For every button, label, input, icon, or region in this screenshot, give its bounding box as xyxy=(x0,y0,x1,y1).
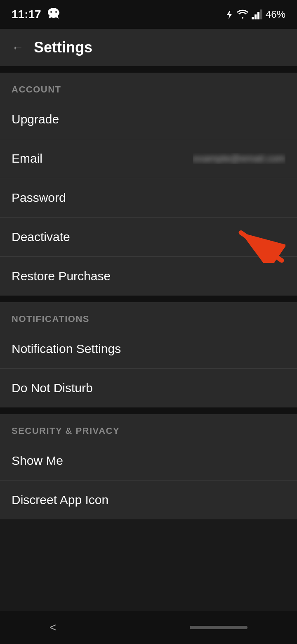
settings-label-deactivate: Deactivate xyxy=(12,230,70,244)
ai-icon xyxy=(225,9,233,20)
settings-value-email: example@email.com xyxy=(193,153,285,164)
settings-item-restore-purchase[interactable]: Restore Purchase xyxy=(0,257,297,296)
settings-label-show-me: Show Me xyxy=(12,454,63,468)
settings-item-discreet-app-icon[interactable]: Discreet App Icon xyxy=(0,481,297,519)
back-button[interactable]: ← xyxy=(12,40,24,54)
top-bar: ← Settings xyxy=(0,29,297,66)
app-mask-icon xyxy=(47,7,60,22)
settings-label-do-not-disturb: Do Not Disturb xyxy=(12,381,93,395)
settings-label-email: Email xyxy=(12,152,42,166)
svg-rect-1 xyxy=(252,17,254,19)
signal-icon xyxy=(252,9,262,19)
home-indicator[interactable] xyxy=(190,626,248,629)
bottom-spacer xyxy=(0,519,297,552)
section-header-account: ACCOUNT xyxy=(0,73,297,100)
settings-item-password[interactable]: Password xyxy=(0,178,297,218)
svg-line-6 xyxy=(241,233,282,261)
settings-item-do-not-disturb[interactable]: Do Not Disturb xyxy=(0,369,297,407)
settings-item-upgrade[interactable]: Upgrade xyxy=(0,100,297,139)
battery-level: 46% xyxy=(266,9,285,20)
page-title: Settings xyxy=(34,39,92,56)
svg-marker-0 xyxy=(227,10,232,19)
section-header-security-privacy: SECURITY & PRIVACY xyxy=(0,414,297,441)
status-bar: 11:17 46% xyxy=(0,0,297,29)
nav-back-button[interactable]: < xyxy=(50,621,56,634)
settings-label-upgrade: Upgrade xyxy=(12,112,59,126)
status-left: 11:17 xyxy=(12,7,60,22)
section-header-notifications: NOTIFICATIONS xyxy=(0,302,297,329)
settings-item-deactivate[interactable]: Deactivate xyxy=(0,218,297,257)
section-gap-3 xyxy=(0,407,297,414)
section-gap-2 xyxy=(0,296,297,302)
bottom-nav-bar: < xyxy=(0,611,297,644)
section-gap-1 xyxy=(0,66,297,73)
settings-label-password: Password xyxy=(12,191,66,205)
settings-label-notification-settings: Notification Settings xyxy=(12,342,121,356)
section-notifications: NOTIFICATIONS Notification Settings Do N… xyxy=(0,302,297,407)
settings-label-restore-purchase: Restore Purchase xyxy=(12,269,111,283)
status-time: 11:17 xyxy=(12,8,41,21)
svg-rect-4 xyxy=(260,9,262,19)
red-arrow-annotation xyxy=(211,213,285,263)
settings-item-show-me[interactable]: Show Me xyxy=(0,441,297,481)
section-account: ACCOUNT Upgrade Email example@email.com … xyxy=(0,73,297,296)
settings-label-discreet-app-icon: Discreet App Icon xyxy=(12,493,108,507)
settings-item-email[interactable]: Email example@email.com xyxy=(0,139,297,178)
status-right: 46% xyxy=(225,9,285,20)
wifi-icon xyxy=(237,9,248,19)
svg-rect-2 xyxy=(255,14,257,19)
section-security-privacy: SECURITY & PRIVACY Show Me Discreet App … xyxy=(0,414,297,519)
svg-rect-3 xyxy=(257,12,259,19)
settings-item-notification-settings[interactable]: Notification Settings xyxy=(0,329,297,369)
